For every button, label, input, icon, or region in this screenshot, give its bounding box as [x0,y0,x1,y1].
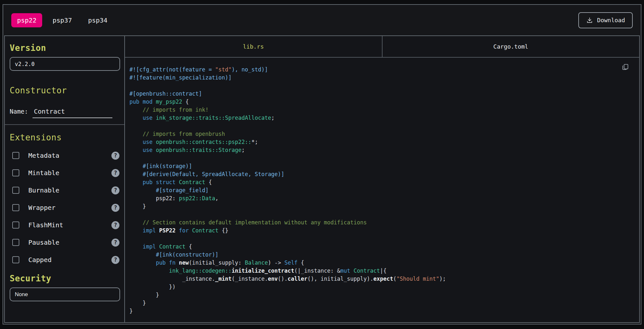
extension-row-mintable: Mintable ? [10,164,120,182]
burnable-help-icon[interactable]: ? [111,186,119,194]
extensions-heading: Extensions [10,133,120,142]
sidebar: Version v2.2.0 Constructor Name: Extensi… [4,35,125,323]
tab-psp22[interactable]: psp22 [11,13,42,27]
metadata-help-icon[interactable]: ? [111,152,119,160]
extension-row-wrapper: Wrapper ? [10,199,120,216]
flashmint-checkbox[interactable] [12,221,19,229]
copy-icon[interactable] [621,63,630,72]
extension-label: FlashMint [28,221,63,229]
tab-cargo-toml[interactable]: Cargo.toml [383,36,639,57]
version-select-value: v2.2.0 [15,61,34,67]
sidebar-divider [5,124,124,125]
mintable-help-icon[interactable]: ? [111,169,119,177]
security-select[interactable]: None [10,287,120,301]
metadata-checkbox[interactable] [12,152,19,159]
extension-row-pausable: Pausable ? [10,234,120,251]
version-heading: Version [10,43,120,53]
security-heading: Security [10,274,120,283]
extension-row-burnable: Burnable ? [10,182,120,199]
code-area: #![cfg_attr(not(feature = "std"), no_std… [125,58,639,322]
constructor-name-input[interactable] [33,108,112,118]
capped-checkbox[interactable] [12,256,19,263]
contract-tabs: psp22 psp37 psp34 [11,13,113,27]
constructor-heading: Constructor [10,86,120,95]
extension-label: Mintable [28,169,59,177]
version-select[interactable]: v2.2.0 [10,57,120,71]
pausable-checkbox[interactable] [12,239,19,246]
app-frame: psp22 psp37 psp34 Download Version v2.2.… [3,4,641,324]
tab-lib-rs[interactable]: lib.rs [125,36,383,57]
top-bar: psp22 psp37 psp34 Download [3,5,641,35]
extension-row-capped: Capped ? [10,251,120,268]
extension-label: Burnable [28,186,59,194]
extension-label: Wrapper [28,204,55,212]
name-label: Name: [10,108,28,115]
extension-label: Capped [28,256,52,264]
extension-row-flashmint: FlashMint ? [10,216,120,234]
code-view: #![cfg_attr(not(feature = "std"), no_std… [125,58,639,322]
wrapper-help-icon[interactable]: ? [111,204,119,212]
mintable-checkbox[interactable] [12,169,19,176]
extension-label: Metadata [28,152,59,159]
flashmint-help-icon[interactable]: ? [111,221,119,229]
download-icon [586,17,593,24]
tab-psp34[interactable]: psp34 [82,13,113,27]
code-panel: lib.rs Cargo.toml #![cfg_attr(not(featur… [124,35,640,323]
download-label: Download [597,17,625,24]
security-select-value: None [15,291,28,298]
constructor-name-row: Name: [10,108,120,118]
wrapper-checkbox[interactable] [12,204,19,211]
extension-label: Pausable [28,239,59,246]
extensions-list: Metadata ? Mintable ? Burnable ? Wrapper… [10,147,120,268]
file-tabs: lib.rs Cargo.toml [125,36,639,58]
burnable-checkbox[interactable] [12,187,19,194]
tab-psp37[interactable]: psp37 [47,13,78,27]
pausable-help-icon[interactable]: ? [111,239,119,247]
capped-help-icon[interactable]: ? [111,256,119,264]
main-content: Version v2.2.0 Constructor Name: Extensi… [4,35,640,323]
download-button[interactable]: Download [578,12,633,28]
extension-row-metadata: Metadata ? [10,147,120,164]
